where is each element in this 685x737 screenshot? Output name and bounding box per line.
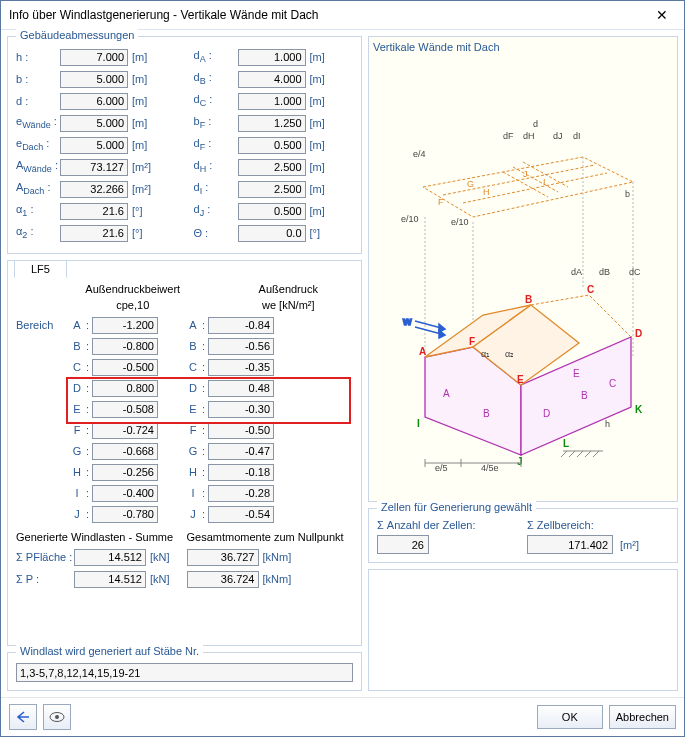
svg-text:B: B: [581, 390, 588, 401]
zone-label: E: [68, 403, 86, 415]
sum-unit: [kN]: [150, 573, 170, 585]
dim-unit: [°]: [132, 205, 158, 217]
dim-unit: [m]: [132, 139, 158, 151]
svg-text:C: C: [609, 378, 616, 389]
zellen-area-label: Σ Zellbereich:: [527, 519, 669, 531]
dim-input[interactable]: [60, 115, 128, 132]
dim-input[interactable]: [238, 71, 306, 88]
dim-unit: [m]: [132, 51, 158, 63]
zone-label: F: [68, 424, 86, 436]
sums-head-right: Gesamtmomente zum Nullpunkt: [187, 531, 354, 543]
col-sub-we: we [kN/m²]: [224, 299, 354, 311]
dim-input[interactable]: [60, 93, 128, 110]
dim-input[interactable]: [60, 159, 128, 176]
zone-label: C: [68, 361, 86, 373]
dim-label: dH :: [194, 159, 238, 174]
dim-label: b :: [16, 73, 60, 85]
tab-lf5[interactable]: LF5: [14, 260, 67, 278]
svg-text:F: F: [469, 336, 475, 347]
zone-label: G: [68, 445, 86, 457]
cpe-input[interactable]: [92, 317, 158, 334]
group-zellen: Zellen für Generierung gewählt Σ Anzahl …: [368, 508, 678, 563]
staebe-input[interactable]: [16, 663, 353, 682]
diagram-title: Vertikale Wände mit Dach: [373, 41, 673, 53]
sums-head-left: Generierte Windlasten - Summe: [16, 531, 183, 543]
dim-input[interactable]: [238, 159, 306, 176]
sum-input[interactable]: [74, 571, 146, 588]
zone-label: C: [184, 361, 202, 373]
col-head-we: Außendruck: [224, 283, 354, 295]
svg-line-62: [561, 451, 567, 457]
we-input[interactable]: [208, 485, 274, 502]
zone-label: B: [68, 340, 86, 352]
group-dimensions: Gebäudeabmessungen h :[m]b :[m]d :[m]eWä…: [7, 36, 362, 254]
dim-input[interactable]: [60, 49, 128, 66]
svg-text:A: A: [419, 346, 426, 357]
svg-text:e/5: e/5: [435, 463, 448, 473]
diagram-panel: Vertikale Wände mit Dach G H J: [368, 36, 678, 502]
svg-line-64: [577, 451, 583, 457]
svg-text:H: H: [483, 187, 490, 197]
sum-input[interactable]: [187, 549, 259, 566]
cpe-input[interactable]: [92, 338, 158, 355]
dim-input[interactable]: [238, 93, 306, 110]
cpe-input[interactable]: [92, 401, 158, 418]
dim-input[interactable]: [60, 71, 128, 88]
view-button[interactable]: [43, 704, 71, 730]
we-input[interactable]: [208, 443, 274, 460]
svg-text:dC: dC: [629, 267, 641, 277]
dim-input[interactable]: [60, 181, 128, 198]
sum-input[interactable]: [187, 571, 259, 588]
cpe-input[interactable]: [92, 485, 158, 502]
dim-input[interactable]: [238, 225, 306, 242]
dim-input[interactable]: [60, 137, 128, 154]
back-arrow-icon: [16, 711, 30, 723]
we-input[interactable]: [208, 464, 274, 481]
zone-label: A: [184, 319, 202, 331]
zellen-count-value[interactable]: [377, 535, 429, 554]
cpe-input[interactable]: [92, 464, 158, 481]
building-diagram: G H J I F d dFdHdJdI b e/4 e/10 e/10: [373, 57, 665, 487]
dim-input[interactable]: [60, 225, 128, 242]
cpe-input[interactable]: [92, 359, 158, 376]
svg-text:dF: dF: [503, 131, 514, 141]
zone-label: H: [184, 466, 202, 478]
dim-unit: [m²]: [132, 161, 158, 173]
zellen-area-value[interactable]: [527, 535, 613, 554]
back-button[interactable]: [9, 704, 37, 730]
we-input[interactable]: [208, 401, 274, 418]
cpe-input[interactable]: [92, 443, 158, 460]
close-icon[interactable]: ✕: [648, 7, 676, 23]
sum-input[interactable]: [74, 549, 146, 566]
cpe-input[interactable]: [92, 506, 158, 523]
dim-input[interactable]: [60, 203, 128, 220]
svg-text:dI: dI: [573, 131, 581, 141]
sum-unit: [kNm]: [263, 551, 292, 563]
titlebar: Info über Windlastgenerierung - Vertikal…: [1, 1, 684, 30]
svg-text:dA: dA: [571, 267, 582, 277]
ok-button[interactable]: OK: [537, 705, 603, 729]
svg-text:B: B: [483, 408, 490, 419]
we-input[interactable]: [208, 380, 274, 397]
we-input[interactable]: [208, 359, 274, 376]
svg-text:α₁: α₁: [481, 349, 490, 359]
dim-input[interactable]: [238, 181, 306, 198]
dim-input[interactable]: [238, 115, 306, 132]
dim-unit: [m]: [132, 95, 158, 107]
dim-input[interactable]: [238, 203, 306, 220]
svg-text:w: w: [402, 315, 412, 327]
we-input[interactable]: [208, 338, 274, 355]
cpe-input[interactable]: [92, 422, 158, 439]
svg-text:dH: dH: [523, 131, 535, 141]
col-head-cpe: Außendruckbeiwert: [68, 283, 198, 295]
svg-text:B: B: [525, 294, 532, 305]
dim-input[interactable]: [238, 49, 306, 66]
cpe-input[interactable]: [92, 380, 158, 397]
we-input[interactable]: [208, 422, 274, 439]
dim-label: eWände :: [16, 115, 60, 130]
dim-unit: [m]: [310, 117, 336, 129]
we-input[interactable]: [208, 317, 274, 334]
we-input[interactable]: [208, 506, 274, 523]
cancel-button[interactable]: Abbrechen: [609, 705, 676, 729]
dim-input[interactable]: [238, 137, 306, 154]
